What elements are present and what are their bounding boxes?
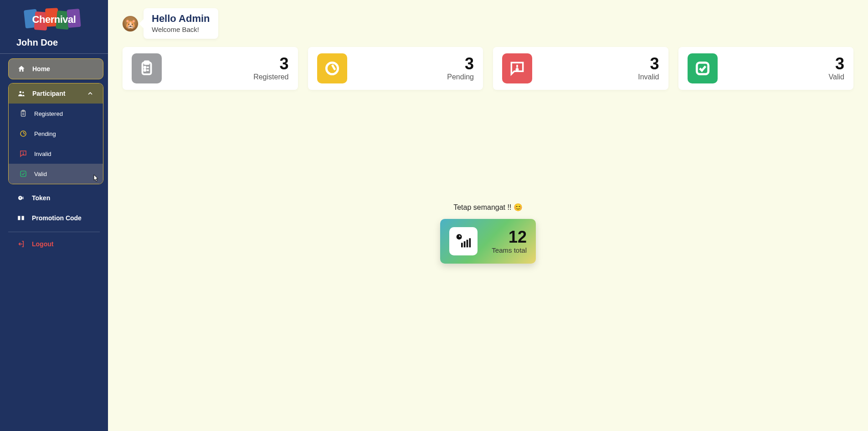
svg-point-20 <box>144 69 145 71</box>
stat-registered-value: 3 <box>253 56 288 72</box>
svg-point-23 <box>326 62 338 74</box>
nav-token[interactable]: T Token <box>8 188 103 208</box>
home-icon <box>17 64 26 73</box>
clock-icon <box>19 129 28 138</box>
svg-point-19 <box>144 67 145 68</box>
teams-total-card[interactable]: 12 Teams total <box>440 219 536 264</box>
nav-token-label: Token <box>32 194 50 202</box>
card-valid[interactable]: 3 Valid <box>678 47 854 90</box>
card-registered[interactable]: 3 Registered <box>123 47 298 90</box>
svg-line-7 <box>23 132 25 134</box>
nav-promo[interactable]: Promotion Code <box>8 208 103 228</box>
motivation-message: Tetap semangat !! 😊 <box>453 203 523 212</box>
main-content: 🐹 Hello Admin Welcome Back! 3 Registered… <box>108 0 868 431</box>
nav-sub-invalid[interactable]: Invalid <box>9 144 103 164</box>
avatar: 🐹 <box>123 16 138 31</box>
nav-participant-group: Participant Registered Pending <box>8 83 103 184</box>
stat-cards: 3 Registered 3 Pending 3 Invalid <box>123 47 853 90</box>
svg-rect-10 <box>21 171 26 177</box>
nav-promo-label: Promotion Code <box>32 214 82 222</box>
greeting-title: Hello Admin <box>152 13 210 25</box>
promo-icon <box>16 213 26 223</box>
nav-home[interactable]: Home <box>8 58 103 79</box>
nav-sub-registered[interactable]: Registered <box>9 104 103 124</box>
divider <box>8 232 100 232</box>
nav-logout-label: Logout <box>32 240 53 248</box>
svg-point-0 <box>20 91 22 93</box>
nav-participant-label: Participant <box>32 90 65 97</box>
svg-rect-14 <box>22 216 24 220</box>
svg-rect-30 <box>467 240 468 248</box>
nav-logout[interactable]: Logout <box>8 234 103 254</box>
chart-history-icon <box>449 227 478 255</box>
nav-sub-registered-label: Registered <box>34 110 63 117</box>
participant-icon <box>17 89 26 98</box>
divider <box>0 53 108 54</box>
brand-text: Chernival <box>32 14 76 26</box>
alert-chat-icon <box>502 53 532 83</box>
teams-total-value: 12 <box>492 229 527 245</box>
svg-point-9 <box>23 154 24 155</box>
clipboard-icon <box>132 53 162 83</box>
stat-registered-label: Registered <box>253 73 288 81</box>
sidebar: Chernival John Doe Home Participant <box>0 0 108 431</box>
svg-rect-13 <box>18 216 20 220</box>
stat-invalid-label: Invalid <box>638 73 659 81</box>
svg-point-26 <box>516 69 518 70</box>
user-name: John Doe <box>0 36 108 52</box>
svg-text:T: T <box>20 197 21 199</box>
svg-rect-28 <box>461 243 463 247</box>
svg-point-6 <box>21 131 26 136</box>
card-invalid[interactable]: 3 Invalid <box>493 47 668 90</box>
svg-line-24 <box>332 65 335 70</box>
greeting-card: Hello Admin Welcome Back! <box>144 8 218 39</box>
nav-sub-valid-label: Valid <box>34 171 47 177</box>
stat-pending-label: Pending <box>447 73 474 81</box>
check-square-icon <box>19 169 28 178</box>
nav-participant[interactable]: Participant <box>9 83 103 104</box>
clock-icon <box>317 53 347 83</box>
logo: Chernival <box>0 5 108 36</box>
clipboard-icon <box>19 109 28 118</box>
nav-sub-valid[interactable]: Valid <box>9 164 103 184</box>
svg-rect-31 <box>469 238 471 247</box>
nav-home-label: Home <box>32 65 50 73</box>
nav-sub-pending[interactable]: Pending <box>9 124 103 144</box>
nav-sub-pending-label: Pending <box>34 130 56 137</box>
logout-icon <box>16 239 26 249</box>
stat-valid-label: Valid <box>829 73 844 81</box>
card-pending[interactable]: 3 Pending <box>308 47 483 90</box>
center-section: Tetap semangat !! 😊 12 Teams total <box>123 203 853 264</box>
token-icon: T <box>16 193 26 203</box>
svg-rect-29 <box>464 241 466 247</box>
svg-point-1 <box>22 92 24 93</box>
greeting: 🐹 Hello Admin Welcome Back! <box>123 8 853 39</box>
greeting-subtitle: Welcome Back! <box>152 26 210 33</box>
alert-chat-icon <box>19 149 28 158</box>
nav: Home Participant Registered <box>0 58 108 254</box>
chevron-up-icon <box>86 89 95 98</box>
stat-valid-value: 3 <box>829 56 844 72</box>
nav-sub-invalid-label: Invalid <box>34 151 51 157</box>
stat-pending-value: 3 <box>447 56 474 72</box>
check-square-icon <box>688 53 718 83</box>
stat-invalid-value: 3 <box>638 56 659 72</box>
teams-total-label: Teams total <box>492 246 527 254</box>
